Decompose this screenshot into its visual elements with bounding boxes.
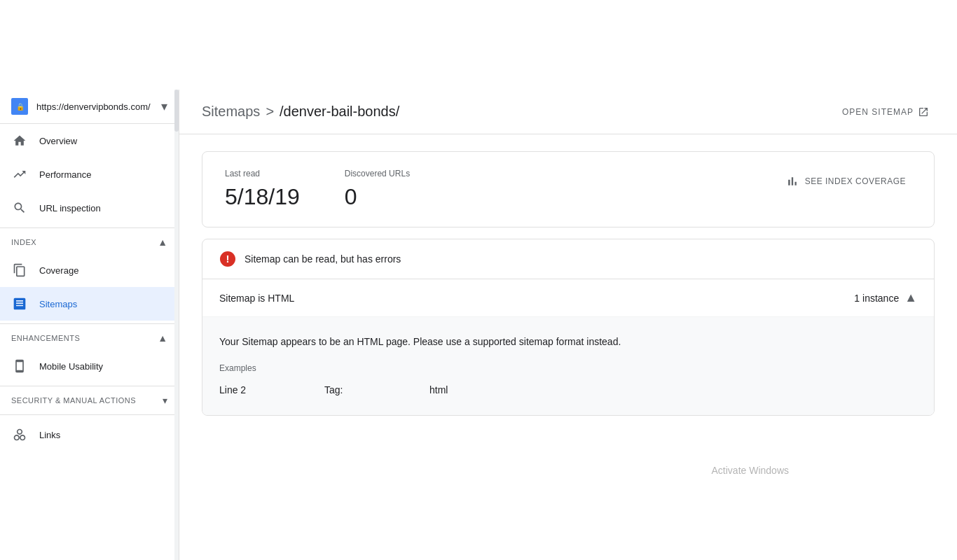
breadcrumb: Sitemaps > /denver-bail-bonds/ xyxy=(202,104,399,120)
external-link-icon xyxy=(918,106,929,118)
error-circle-icon: ! xyxy=(219,251,236,267)
last-read-stat: Last read 5/18/19 xyxy=(225,169,300,210)
example-line: Line 2 xyxy=(219,382,324,398)
sidebar-item-mobile-usability[interactable]: Mobile Usability xyxy=(0,349,179,383)
sidebar-scrollbar[interactable] xyxy=(174,90,179,560)
example-value: html xyxy=(429,382,917,398)
last-read-label: Last read xyxy=(225,169,300,178)
links-label: Links xyxy=(39,430,167,440)
performance-label: Performance xyxy=(39,169,167,180)
detail-panel: Your Sitemap appears to be an HTML page.… xyxy=(202,317,934,415)
domain-favicon: 🔒 xyxy=(11,98,28,115)
network-icon xyxy=(11,426,28,443)
example-tag-label: Tag: xyxy=(324,382,429,398)
sidebar-item-sitemaps[interactable]: Sitemaps xyxy=(0,287,179,321)
instance-count-area: 1 instance ▲ xyxy=(854,290,917,305)
enhancements-collapse-icon: ▲ xyxy=(158,332,167,344)
security-section-label: Security & Manual Actions xyxy=(11,396,136,405)
url-inspection-label: URL inspection xyxy=(39,203,167,214)
discovered-urls-label: Discovered URLs xyxy=(345,169,410,178)
stats-card: Last read 5/18/19 Discovered URLs 0 SEE … xyxy=(202,151,935,227)
overview-label: Overview xyxy=(39,136,167,146)
domain-selector[interactable]: 🔒 https://denvervipbonds.com/ ▾ xyxy=(0,90,179,124)
error-header: ! Sitemap can be read, but has errors xyxy=(202,239,934,279)
mobile-icon xyxy=(11,358,28,374)
examples-table: Line 2 Tag: html xyxy=(219,382,917,398)
domain-url: https://denvervipbonds.com/ xyxy=(36,102,161,112)
enhancements-section-label: Enhancements xyxy=(11,334,80,342)
open-sitemap-button[interactable]: OPEN SITEMAP xyxy=(836,101,935,123)
trending-up-icon xyxy=(11,166,28,183)
breadcrumb-separator: > xyxy=(266,104,274,120)
domain-arrow-icon: ▾ xyxy=(161,99,167,114)
discovered-urls-stat: Discovered URLs 0 xyxy=(345,169,410,210)
coverage-label: Coverage xyxy=(39,265,167,276)
page-header: Sitemaps > /denver-bail-bonds/ OPEN SITE… xyxy=(179,90,957,134)
breadcrumb-parent[interactable]: Sitemaps xyxy=(202,104,260,120)
sidebar-item-links[interactable]: Links xyxy=(0,418,179,451)
error-section: ! Sitemap can be read, but has errors Si… xyxy=(202,239,935,416)
svg-text:🔒: 🔒 xyxy=(16,102,25,111)
index-section-header[interactable]: Index ▲ xyxy=(0,231,179,253)
index-section-label: Index xyxy=(11,238,36,246)
see-index-coverage-label: SEE INDEX COVERAGE xyxy=(805,176,906,186)
sidebar-item-coverage[interactable]: Coverage xyxy=(0,253,179,287)
last-read-value: 5/18/19 xyxy=(225,184,300,210)
detail-description: Your Sitemap appears to be an HTML page.… xyxy=(219,334,917,349)
chevron-up-icon: ▲ xyxy=(904,290,917,305)
open-sitemap-label: OPEN SITEMAP xyxy=(842,107,914,117)
sitemap-is-html-row[interactable]: Sitemap is HTML 1 instance ▲ xyxy=(202,279,934,317)
breadcrumb-current: /denver-bail-bonds/ xyxy=(280,104,399,120)
sitemap-is-html-label: Sitemap is HTML xyxy=(219,293,294,304)
main-content: Sitemaps > /denver-bail-bonds/ OPEN SITE… xyxy=(179,90,957,560)
sitemaps-label: Sitemaps xyxy=(39,299,167,309)
sitemaps-icon xyxy=(11,295,28,312)
file-copy-icon xyxy=(11,262,28,279)
sidebar-item-performance[interactable]: Performance xyxy=(0,158,179,191)
bar-chart-icon xyxy=(785,174,799,188)
mobile-usability-label: Mobile Usability xyxy=(39,361,167,372)
see-index-coverage-button[interactable]: SEE INDEX COVERAGE xyxy=(780,169,911,194)
content-area: Last read 5/18/19 Discovered URLs 0 SEE … xyxy=(179,134,957,444)
enhancements-section-header[interactable]: Enhancements ▲ xyxy=(0,327,179,349)
security-manual-actions-section-header[interactable]: Security & Manual Actions ▾ xyxy=(0,389,179,412)
sidebar-scrollbar-thumb[interactable] xyxy=(174,90,179,132)
discovered-urls-value: 0 xyxy=(345,184,410,210)
examples-label: Examples xyxy=(219,363,917,373)
error-title: Sitemap can be read, but has errors xyxy=(245,253,401,265)
index-collapse-icon: ▲ xyxy=(158,237,167,248)
home-icon xyxy=(11,132,28,149)
svg-text:!: ! xyxy=(226,253,230,265)
security-collapse-icon: ▾ xyxy=(163,395,167,406)
instance-count-text: 1 instance xyxy=(854,293,899,304)
sidebar-item-url-inspection[interactable]: URL inspection xyxy=(0,191,179,225)
search-icon xyxy=(11,200,28,216)
sidebar-item-overview[interactable]: Overview xyxy=(0,124,179,158)
